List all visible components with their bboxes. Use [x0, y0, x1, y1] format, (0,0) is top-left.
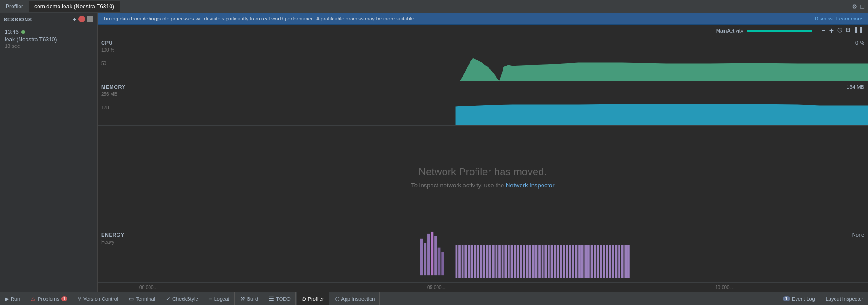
- status-problems[interactable]: ⚠ Problems 1: [26, 292, 72, 305]
- cpu-chart[interactable]: 0 %: [139, 37, 868, 81]
- memory-label-col: MEMORY 256 MB 128: [98, 81, 139, 125]
- svg-rect-46: [569, 245, 571, 278]
- todo-label: TODO: [276, 296, 291, 302]
- svg-rect-54: [594, 245, 596, 278]
- problems-badge: 1: [61, 296, 68, 301]
- svg-rect-19: [486, 245, 489, 278]
- svg-rect-6: [434, 236, 437, 275]
- dismiss-link[interactable]: Dismiss: [815, 16, 833, 21]
- memory-graph: [139, 81, 868, 125]
- svg-rect-17: [480, 245, 482, 278]
- version-control-label: Version Control: [83, 296, 118, 302]
- memory-title: MEMORY: [101, 84, 135, 90]
- energy-graph: [139, 229, 868, 282]
- learn-more-link[interactable]: Learn more: [836, 16, 862, 21]
- run-icon: ▶: [5, 296, 9, 302]
- memory-value: 134 MB: [847, 84, 864, 90]
- cpu-value: 0 %: [855, 40, 864, 46]
- main-area: SESSIONS + 13:46 leak (Neostra T6310) 13…: [0, 13, 868, 292]
- svg-rect-32: [526, 245, 529, 278]
- warning-text: Timing data from debuggable processes wi…: [103, 16, 815, 21]
- svg-rect-22: [496, 245, 498, 278]
- svg-rect-40: [551, 245, 553, 278]
- online-indicator: [21, 30, 25, 34]
- split-button[interactable]: ⊟: [846, 27, 850, 35]
- cpu-title: CPU: [101, 40, 135, 46]
- svg-rect-12: [464, 245, 467, 278]
- energy-section: ENERGY Heavy None: [98, 229, 868, 283]
- zoom-in-button[interactable]: +: [829, 27, 834, 35]
- clock-button[interactable]: ◷: [837, 27, 842, 35]
- tab-profiler[interactable]: Profiler: [0, 1, 29, 12]
- svg-rect-31: [523, 245, 525, 278]
- sidebar: SESSIONS + 13:46 leak (Neostra T6310) 13…: [0, 13, 98, 292]
- status-profiler[interactable]: ⊙ Profiler: [297, 292, 329, 305]
- terminal-label: Terminal: [136, 296, 155, 302]
- network-inspector-link[interactable]: Network Inspector: [506, 182, 555, 189]
- energy-chart[interactable]: None: [139, 229, 868, 282]
- svg-rect-3: [424, 243, 426, 275]
- status-logcat[interactable]: ≡ Logcat: [204, 292, 235, 305]
- logcat-label: Logcat: [214, 296, 229, 302]
- cpu-graph: [139, 37, 868, 81]
- svg-rect-11: [462, 245, 464, 278]
- build-label: Build: [247, 296, 258, 302]
- run-label: Run: [11, 296, 20, 302]
- status-layout-inspector[interactable]: Layout Inspector: [821, 292, 868, 305]
- memory-chart[interactable]: 134 MB: [139, 81, 868, 125]
- svg-rect-16: [477, 245, 479, 278]
- svg-rect-18: [483, 245, 485, 278]
- svg-rect-64: [624, 245, 627, 278]
- status-event-log[interactable]: 1 Event Log: [778, 292, 820, 305]
- stop-button[interactable]: [87, 16, 93, 22]
- todo-icon: ☰: [269, 296, 274, 302]
- title-bar: Profiler com.demo.leak (Neostra T6310) ⚙…: [0, 0, 868, 13]
- timeline-label-2: 10:000....: [715, 285, 735, 290]
- tab-device[interactable]: com.demo.leak (Neostra T6310): [29, 1, 120, 12]
- terminal-icon: ▭: [129, 296, 134, 302]
- event-log-badge: 1: [783, 296, 790, 301]
- svg-rect-9: [456, 245, 458, 278]
- timeline-label-0: 00:000....: [139, 285, 159, 290]
- svg-rect-50: [581, 245, 584, 278]
- zoom-out-button[interactable]: −: [821, 27, 825, 35]
- cpu-label-col: CPU 100 % 50: [98, 37, 139, 81]
- svg-rect-37: [542, 245, 544, 278]
- profiler-area: MainActivity − + ◷ ⊟ ❚❚ CPU 100 % 50: [98, 25, 868, 292]
- cpu-scale: 100 % 50: [101, 47, 135, 66]
- svg-rect-7: [438, 248, 441, 275]
- freeze-button[interactable]: ❚❚: [854, 27, 863, 35]
- session-name: leak (Neostra T6310): [5, 36, 92, 43]
- status-terminal[interactable]: ▭ Terminal: [124, 292, 160, 305]
- memory-section: MEMORY 256 MB 128 134 MB: [98, 81, 868, 126]
- session-item[interactable]: 13:46 leak (Neostra T6310) 13 sec: [0, 26, 97, 52]
- status-build[interactable]: ⚒ Build: [235, 292, 263, 305]
- content-area: Timing data from debuggable processes wi…: [98, 13, 868, 292]
- settings-icon[interactable]: ⚙: [852, 3, 858, 10]
- svg-rect-48: [575, 245, 578, 278]
- status-app-inspection[interactable]: ⬡ App Inspection: [330, 292, 380, 305]
- svg-rect-53: [591, 245, 593, 278]
- svg-rect-24: [502, 245, 504, 278]
- event-log-label: Event Log: [792, 296, 815, 302]
- svg-rect-52: [587, 245, 590, 278]
- build-icon: ⚒: [240, 296, 245, 302]
- energy-title: ENERGY: [101, 232, 135, 238]
- svg-rect-38: [544, 245, 547, 278]
- status-version-control[interactable]: ⑂ Version Control: [73, 292, 123, 305]
- status-checkstyle[interactable]: ✓ CheckStyle: [161, 292, 203, 305]
- logcat-icon: ≡: [209, 296, 212, 302]
- warning-links: Dismiss Learn more: [815, 16, 862, 21]
- svg-rect-29: [517, 245, 519, 278]
- add-session-icon[interactable]: +: [73, 16, 77, 23]
- svg-rect-23: [498, 245, 501, 278]
- status-run[interactable]: ▶ Run: [0, 292, 25, 305]
- window-icon[interactable]: □: [861, 3, 864, 10]
- status-todo[interactable]: ☰ TODO: [264, 292, 296, 305]
- svg-rect-42: [557, 245, 559, 278]
- cpu-section: CPU 100 % 50 0 %: [98, 37, 868, 81]
- record-button[interactable]: [78, 16, 85, 22]
- timeline-axis: 00:000.... 05:000.... 10:000....: [98, 283, 868, 292]
- session-duration: 13 sec: [5, 43, 92, 49]
- problems-label: Problems: [38, 296, 59, 302]
